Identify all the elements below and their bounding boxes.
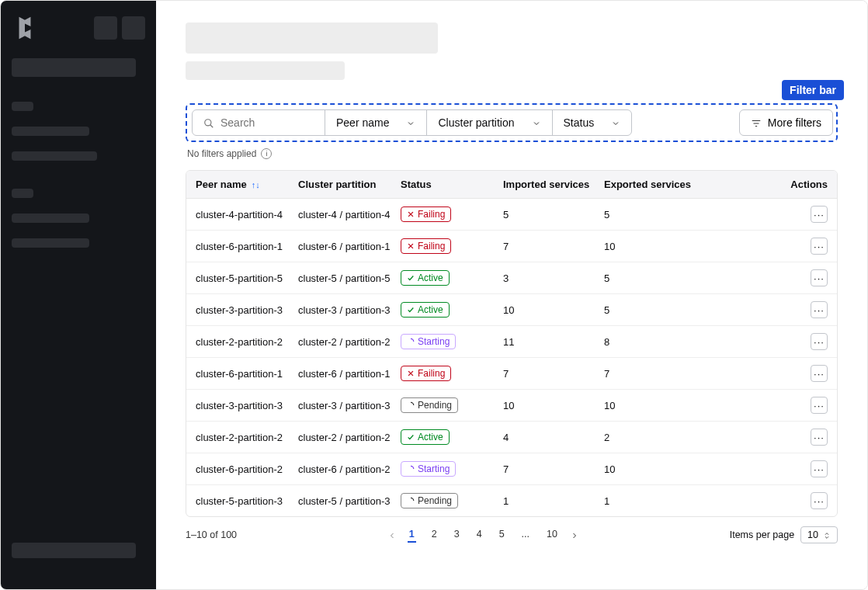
cell-cluster-partition: cluster-6 / partition-1 bbox=[298, 241, 401, 252]
cell-imported: 3 bbox=[503, 272, 604, 284]
cell-status: Failing bbox=[401, 238, 503, 254]
cell-imported: 7 bbox=[503, 368, 604, 380]
sort-icon: ↑↓ bbox=[252, 180, 260, 189]
cell-status: Starting bbox=[401, 461, 503, 477]
filter-cluster-partition-dropdown[interactable]: Cluster partition bbox=[426, 110, 551, 135]
cell-status: Active bbox=[401, 429, 503, 445]
row-actions-button[interactable]: ··· bbox=[811, 333, 828, 350]
row-actions-button[interactable]: ··· bbox=[811, 206, 828, 223]
cell-exported: 2 bbox=[604, 432, 720, 443]
cell-exported: 8 bbox=[604, 336, 720, 348]
filter-peer-name-dropdown[interactable]: Peer name bbox=[325, 110, 426, 135]
row-actions-button[interactable]: ··· bbox=[811, 492, 828, 509]
filter-label: Peer name bbox=[336, 116, 389, 129]
cell-peer-name: cluster-2-partition-2 bbox=[196, 336, 298, 348]
cell-status: Starting bbox=[401, 334, 503, 349]
filter-bar: Peer name Cluster partition Status bbox=[186, 103, 838, 142]
table-row: cluster-2-partition-2cluster-2 / partiti… bbox=[186, 422, 837, 453]
col-header-actions: Actions bbox=[720, 179, 828, 190]
pagination-next[interactable] bbox=[570, 529, 579, 540]
cell-status: Failing bbox=[401, 366, 503, 381]
col-header-imported[interactable]: Imported services bbox=[503, 179, 604, 190]
table-row: cluster-5-partition-3cluster-5 / partiti… bbox=[186, 485, 837, 516]
row-actions-button[interactable]: ··· bbox=[811, 429, 828, 446]
table-row: cluster-4-partition-4cluster-4 / partiti… bbox=[186, 199, 837, 231]
cell-status: Pending bbox=[401, 493, 503, 508]
cell-peer-name: cluster-3-partition-3 bbox=[196, 304, 298, 316]
pagination-page[interactable]: 4 bbox=[475, 527, 484, 543]
search-input[interactable] bbox=[220, 116, 314, 129]
row-actions-button[interactable]: ··· bbox=[811, 238, 828, 255]
cell-imported: 7 bbox=[503, 463, 604, 475]
cell-status: Active bbox=[401, 302, 503, 318]
chevron-down-icon bbox=[406, 116, 415, 129]
cell-exported: 10 bbox=[604, 241, 720, 252]
cell-cluster-partition: cluster-5 / partition-3 bbox=[298, 495, 401, 507]
chevron-down-icon bbox=[611, 116, 620, 129]
cell-cluster-partition: cluster-3 / partition-3 bbox=[298, 400, 401, 411]
cell-exported: 10 bbox=[604, 400, 720, 411]
info-icon[interactable]: i bbox=[261, 148, 272, 159]
table-row: cluster-3-partition-3cluster-3 / partiti… bbox=[186, 294, 837, 326]
hashicorp-logo-icon bbox=[12, 15, 38, 41]
items-per-page-select[interactable]: 10 bbox=[800, 526, 838, 543]
pagination-page[interactable]: 3 bbox=[453, 527, 461, 543]
sidebar-skeleton-button bbox=[122, 16, 145, 40]
cell-imported: 10 bbox=[503, 304, 604, 316]
cell-exported: 7 bbox=[604, 368, 720, 380]
cell-imported: 5 bbox=[503, 209, 604, 220]
sidebar-skeleton-button bbox=[94, 16, 117, 40]
sidebar-skeleton bbox=[12, 58, 136, 77]
filter-label: Cluster partition bbox=[438, 116, 514, 129]
col-header-cluster-partition[interactable]: Cluster partition bbox=[298, 179, 401, 190]
page-title-skeleton bbox=[186, 23, 438, 54]
filter-icon bbox=[751, 116, 762, 129]
filter-status-dropdown[interactable]: Status bbox=[552, 110, 632, 135]
cell-cluster-partition: cluster-4 / partition-4 bbox=[298, 209, 401, 220]
col-header-exported[interactable]: Exported services bbox=[604, 179, 720, 190]
status-badge: Failing bbox=[401, 206, 451, 222]
status-badge: Active bbox=[401, 429, 450, 445]
cell-exported: 5 bbox=[604, 272, 720, 284]
sidebar-skeleton bbox=[12, 543, 136, 558]
sidebar-skeleton bbox=[12, 127, 89, 136]
main-content: Filter bar Peer name Cluster partition bbox=[156, 1, 867, 589]
row-actions-button[interactable]: ··· bbox=[811, 460, 828, 477]
chevron-up-down-icon bbox=[823, 529, 831, 540]
cell-peer-name: cluster-4-partition-4 bbox=[196, 209, 298, 220]
pagination: 12345...10 bbox=[387, 527, 579, 543]
status-badge: Starting bbox=[401, 334, 456, 349]
more-filters-button[interactable]: More filters bbox=[739, 109, 833, 136]
page-subtitle-skeleton bbox=[186, 61, 345, 80]
cell-status: Active bbox=[401, 270, 503, 286]
row-actions-button[interactable]: ··· bbox=[811, 269, 828, 286]
row-actions-button[interactable]: ··· bbox=[811, 301, 828, 318]
filter-bar-annotation: Filter bar bbox=[782, 80, 844, 100]
search-input-wrapper[interactable] bbox=[193, 110, 325, 135]
pagination-prev[interactable] bbox=[387, 529, 397, 540]
search-icon bbox=[203, 116, 214, 129]
table-row: cluster-3-partition-3cluster-3 / partiti… bbox=[186, 390, 837, 422]
sidebar-skeleton bbox=[12, 102, 33, 111]
table-row: cluster-6-partition-1cluster-6 / partiti… bbox=[186, 358, 837, 390]
cell-status: Failing bbox=[401, 206, 503, 222]
status-badge: Starting bbox=[401, 461, 456, 477]
pagination-page[interactable]: 5 bbox=[498, 527, 506, 543]
sidebar-skeleton bbox=[12, 151, 97, 161]
more-filters-label: More filters bbox=[768, 116, 821, 129]
pagination-page[interactable]: 2 bbox=[430, 527, 439, 543]
cell-cluster-partition: cluster-5 / partition-5 bbox=[298, 272, 401, 284]
col-header-status[interactable]: Status bbox=[401, 179, 503, 190]
col-header-peer-name[interactable]: Peer name↑↓ bbox=[196, 179, 298, 190]
cell-peer-name: cluster-5-partition-3 bbox=[196, 495, 298, 507]
table-row: cluster-6-partition-2cluster-6 / partiti… bbox=[186, 453, 837, 485]
cell-cluster-partition: cluster-3 / partition-3 bbox=[298, 304, 401, 316]
pagination-page[interactable]: 10 bbox=[545, 527, 559, 543]
no-filters-text: No filters applied i bbox=[187, 148, 838, 159]
table-row: cluster-6-partition-1cluster-6 / partiti… bbox=[186, 231, 837, 262]
pagination-page[interactable]: 1 bbox=[408, 527, 416, 543]
cell-imported: 10 bbox=[503, 400, 604, 411]
cell-imported: 11 bbox=[503, 336, 604, 348]
row-actions-button[interactable]: ··· bbox=[811, 397, 828, 414]
row-actions-button[interactable]: ··· bbox=[811, 365, 828, 382]
